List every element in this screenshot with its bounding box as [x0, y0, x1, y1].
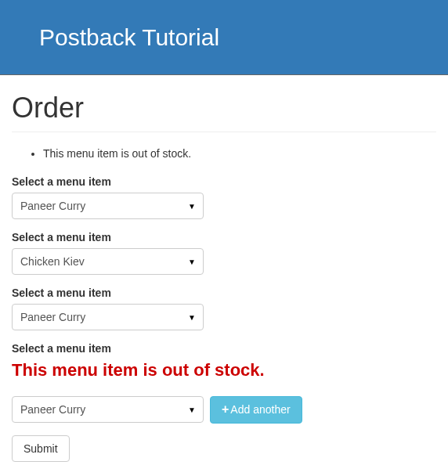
page-header: Order — [12, 92, 436, 132]
navbar: Postback Tutorial — [0, 0, 448, 75]
menu-item-label: Select a menu item — [12, 342, 436, 355]
select-wrap: Paneer Curry ▼ — [12, 396, 204, 423]
menu-item-select[interactable]: Paneer Curry — [12, 304, 204, 330]
page-title: Order — [12, 92, 436, 124]
submit-wrap: Submit — [12, 435, 436, 463]
menu-item-group: Select a menu item Paneer Curry ▼ — [12, 175, 436, 219]
menu-item-select[interactable]: Chicken Kiev — [12, 248, 204, 275]
menu-item-group: Select a menu item Paneer Curry ▼ — [12, 287, 436, 330]
select-row: Paneer Curry ▼ +Add another — [12, 396, 436, 424]
select-wrap: Chicken Kiev ▼ — [12, 248, 204, 275]
navbar-title: Postback Tutorial — [39, 24, 219, 51]
plus-icon: + — [222, 403, 229, 416]
form-error-item: This menu item is out of stock. — [43, 146, 436, 162]
menu-item-group: Select a menu item This menu item is out… — [12, 342, 436, 423]
select-wrap: Paneer Curry ▼ — [12, 193, 204, 219]
menu-item-group: Select a menu item Chicken Kiev ▼ — [12, 231, 436, 275]
add-another-button[interactable]: +Add another — [210, 396, 302, 424]
inline-error: This menu item is out of stock. — [12, 359, 436, 382]
menu-item-label: Select a menu item — [12, 287, 436, 299]
add-another-label: Add another — [230, 403, 290, 416]
menu-item-label: Select a menu item — [12, 231, 436, 243]
menu-item-select[interactable]: Paneer Curry — [12, 193, 204, 219]
select-wrap: Paneer Curry ▼ — [12, 304, 204, 330]
submit-button[interactable]: Submit — [12, 435, 70, 463]
form-error-list: This menu item is out of stock. — [12, 146, 436, 162]
main-container: Order This menu item is out of stock. Se… — [0, 75, 448, 474]
menu-item-label: Select a menu item — [12, 175, 436, 188]
menu-item-select[interactable]: Paneer Curry — [12, 396, 204, 423]
